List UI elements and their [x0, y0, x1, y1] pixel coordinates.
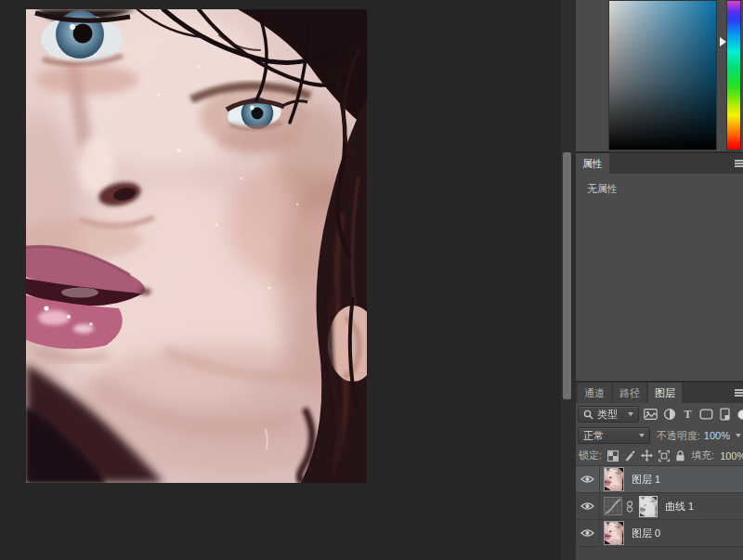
pixel-layer-filter-icon[interactable] [644, 408, 658, 422]
panel-menu-icon[interactable] [735, 388, 743, 397]
eye-icon [580, 475, 594, 484]
curves-adjustment-icon[interactable] [604, 497, 622, 515]
tab-paths-label: 路径 [619, 386, 640, 400]
tab-layers-label: 图层 [655, 386, 675, 400]
panel-gutter [561, 0, 576, 560]
tab-layers[interactable]: 图层 [648, 383, 682, 403]
layer-row-layer-1[interactable]: 图层 1 [576, 466, 743, 493]
panel-dock: 属性 无属性 通道 路径 图层 [576, 0, 743, 560]
blend-mode-dropdown[interactable]: 正常 [578, 427, 650, 444]
tab-properties[interactable]: 属性 [576, 153, 609, 174]
tab-channels-label: 通道 [584, 386, 605, 400]
lock-row: 锁定: 填充: 100% [576, 446, 743, 465]
tab-properties-label: 属性 [582, 157, 603, 171]
search-icon [583, 410, 593, 420]
no-properties-text: 无属性 [587, 183, 618, 194]
tab-channels[interactable]: 通道 [578, 383, 611, 403]
chevron-down-icon[interactable] [736, 434, 741, 437]
layer-thumbnail[interactable] [604, 521, 624, 545]
layer-filter-row: 类型 T [576, 403, 743, 425]
properties-panel-header: 属性 [576, 153, 743, 174]
eye-icon [580, 528, 594, 538]
panel-menu-icon[interactable] [735, 159, 743, 168]
lock-all-icon[interactable] [675, 449, 685, 462]
filter-toggle-icon[interactable] [737, 410, 743, 420]
layer-visibility-toggle[interactable] [576, 493, 600, 519]
filter-type-dropdown[interactable]: 类型 [578, 406, 639, 423]
photoshop-window: 属性 无属性 通道 路径 图层 [0, 0, 743, 560]
chevron-down-icon [628, 412, 633, 416]
color-saturation-square[interactable] [608, 0, 717, 150]
layer-visibility-toggle[interactable] [576, 520, 600, 546]
canvas-area[interactable] [0, 0, 561, 560]
fill-value[interactable]: 100% [720, 450, 743, 462]
properties-content: 无属性 [576, 174, 743, 381]
layer-list: 图层 1 曲线 1 [576, 465, 743, 560]
hue-slider[interactable] [726, 0, 741, 150]
layers-panel-header: 通道 路径 图层 [576, 383, 743, 403]
lock-position-icon[interactable] [641, 449, 653, 462]
layer-name[interactable]: 图层 1 [632, 473, 660, 487]
layers-panel: 通道 路径 图层 类型 [576, 383, 743, 560]
layer-visibility-toggle[interactable] [576, 466, 600, 492]
hue-slider-pointer-icon[interactable] [720, 37, 726, 46]
document-canvas[interactable] [26, 9, 367, 483]
layer-row-curves-1[interactable]: 曲线 1 [576, 493, 743, 520]
layer-mask-thumbnail[interactable] [639, 496, 658, 517]
lock-label: 锁定: [579, 449, 602, 462]
blend-row: 正常 不透明度: 100% [576, 425, 743, 446]
tab-paths[interactable]: 路径 [613, 383, 646, 403]
fill-label: 填充: [691, 449, 714, 462]
filter-type-label: 类型 [597, 408, 618, 422]
shape-layer-filter-icon[interactable] [699, 408, 713, 422]
lock-artboard-icon[interactable] [658, 449, 670, 462]
smart-object-filter-icon[interactable] [718, 408, 732, 422]
layer-list-empty-area [576, 547, 743, 560]
eye-icon [580, 501, 594, 511]
layer-name[interactable]: 曲线 1 [665, 500, 694, 514]
layer-thumbnail[interactable] [604, 467, 624, 491]
chevron-down-icon [639, 434, 645, 437]
layer-name[interactable]: 图层 0 [632, 527, 660, 540]
lock-transparency-icon[interactable] [607, 449, 619, 462]
type-layer-filter-icon[interactable]: T [681, 408, 695, 422]
blend-mode-value: 正常 [583, 429, 604, 443]
color-panel [576, 0, 743, 151]
link-icon[interactable] [626, 501, 633, 513]
portrait-photo [26, 9, 367, 483]
lock-pixels-brush-icon[interactable] [624, 449, 635, 462]
scrollbar[interactable] [563, 152, 571, 399]
opacity-label: 不透明度: [657, 429, 700, 443]
opacity-value[interactable]: 100% [704, 430, 730, 441]
adjustment-layer-filter-icon[interactable] [662, 408, 676, 422]
properties-panel: 属性 无属性 [576, 153, 743, 381]
layer-row-layer-0[interactable]: 图层 0 [576, 520, 743, 547]
